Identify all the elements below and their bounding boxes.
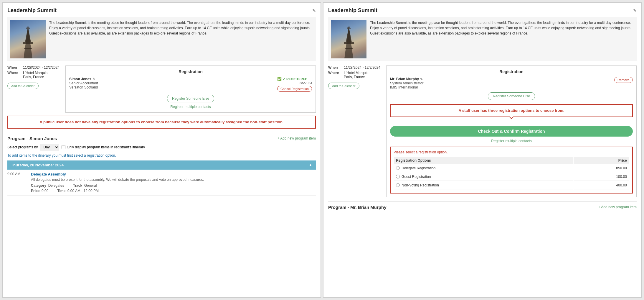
right-add-program-link[interactable]: + Add new program item — [598, 205, 637, 209]
right-program-title: Program - Mr. Brian Murphy — [328, 205, 387, 210]
right-checkout-actions: Check Out & Confirm Registration Registe… — [390, 126, 633, 143]
reg-option-row-2: Guest Registration 100.00 — [394, 173, 629, 181]
where-label: Where — [7, 71, 21, 79]
checkout-confirm-button[interactable]: Check Out & Confirm Registration — [390, 126, 633, 137]
where-value: L'Hotel Marquis Paris, France — [23, 71, 47, 79]
svg-marker-9 — [347, 27, 351, 29]
svg-rect-7 — [344, 42, 354, 44]
reg-option-nonvoting-price: 400.00 — [574, 181, 629, 189]
left-program-detail-row-2: Price 0.00 Time 9:00 AM - 12:00 PM — [31, 189, 204, 193]
left-register-someone-else-button[interactable]: Register Someone Else — [167, 95, 214, 102]
left-reg-actions: Register Someone Else Register multiple … — [69, 95, 312, 109]
reg-option-delegate-radio[interactable] — [396, 166, 400, 170]
right-event-image — [331, 20, 366, 58]
left-reg-person-info: Simon Jones ✎ Senior Accountant Versaton… — [69, 77, 98, 89]
reg-option-row-3: Non-Voting Registration 400.00 — [394, 181, 629, 189]
left-category: Category Delegates — [31, 183, 64, 188]
right-panel: Leadership Summit ✎ The Leadership Summi… — [323, 2, 642, 298]
where-line2: Paris, France — [23, 75, 47, 79]
left-program-item-row: 9:00 AM Delegate Assembly All delegates … — [7, 172, 316, 193]
left-registrant-edit-icon[interactable]: ✎ — [93, 77, 95, 81]
left-registrant-title: Senior Accountant — [69, 81, 98, 85]
right-reg-title: Registration — [390, 69, 633, 74]
left-event-image — [10, 20, 46, 58]
right-edit-icon[interactable]: ✎ — [633, 8, 637, 13]
left-reg-person-row: Simon Jones ✎ Senior Accountant Versaton… — [69, 77, 312, 92]
reg-option-guest-price: 100.00 — [574, 173, 629, 181]
right-where-value: L'Hotel Marquis Paris, France — [344, 71, 368, 79]
left-price: Price 0.00 — [31, 189, 48, 193]
left-filter-row: Select programs by Day Week All Only dis… — [7, 144, 316, 150]
when-label: When — [7, 65, 21, 70]
svg-marker-4 — [26, 27, 30, 29]
right-when-row: When 11/28/2024 - 12/2/2024 — [328, 65, 380, 70]
left-reg-status: ✅ ✓ REGISTERED 2/5/2023 Cancel Registrat… — [277, 77, 312, 92]
right-reg-options-table: Registration Options Price Delegate Regi… — [394, 157, 629, 190]
right-registrant-edit-icon[interactable]: ✎ — [420, 77, 423, 81]
left-itinerary-checkbox-label[interactable]: Only display program items in registrant… — [62, 145, 145, 149]
reg-option-guest: Guest Registration — [394, 173, 573, 181]
reg-options-col1-header: Registration Options — [394, 157, 573, 164]
right-event-description: The Leadership Summit is the meeting pla… — [370, 20, 634, 58]
left-registered-badge: ✅ ✓ REGISTERED — [277, 77, 312, 81]
left-reg-title: Registration — [69, 69, 312, 74]
right-eiffel-tower-icon — [338, 26, 359, 58]
left-callout-box: A public user does not have any registra… — [7, 116, 316, 129]
left-edit-icon[interactable]: ✎ — [312, 8, 316, 13]
right-reg-person-row: Mr. Brian Murphy ✎ System Administrator … — [390, 77, 633, 89]
left-program-detail-row: Category Delegates Track General — [31, 183, 204, 188]
left-register-multiple-link[interactable]: Register multiple contacts — [170, 105, 211, 109]
reg-options-price-header: Price — [574, 157, 629, 164]
right-registrant-name: Mr. Brian Murphy ✎ — [390, 77, 423, 81]
right-register-multiple-link[interactable]: Register multiple contacts — [491, 139, 531, 143]
svg-rect-2 — [23, 42, 33, 44]
left-event-description: The Leadership Summit is the meeting pla… — [49, 20, 313, 58]
right-registrant-title: System Administrator — [390, 81, 423, 85]
right-remove-button[interactable]: Remove — [614, 77, 633, 83]
right-reg-actions: Register Someone Else — [390, 92, 633, 100]
right-remove-btn-container: Remove — [614, 77, 633, 83]
right-reg-options-note: Please select a registration option. — [394, 150, 629, 154]
right-where-row: Where L'Hotel Marquis Paris, France — [328, 71, 380, 79]
left-program-item: 9:00 AM Delegate Assembly All delegates … — [7, 170, 316, 196]
left-registrant-name: Simon Jones ✎ — [69, 77, 98, 81]
left-add-program-link[interactable]: + Add new program item — [278, 136, 316, 140]
right-add-calendar-button[interactable]: Add to Calendar — [328, 83, 359, 89]
reg-options-header-row: Registration Options Price — [394, 157, 629, 164]
right-where-line2: Paris, France — [344, 75, 368, 79]
right-program-header: Program - Mr. Brian Murphy + Add new pro… — [328, 201, 637, 210]
left-itinerary-checkbox[interactable] — [62, 145, 65, 149]
right-panel-title: Leadership Summit — [328, 7, 377, 14]
where-line1: L'Hotel Marquis — [23, 71, 47, 75]
reg-option-guest-radio[interactable] — [396, 175, 400, 178]
left-reg-date: 2/5/2023 — [277, 81, 312, 85]
right-panel-title-bar: Leadership Summit ✎ — [328, 7, 637, 14]
left-chevron-up-icon[interactable]: ▲ — [309, 163, 312, 167]
left-registration-box: Registration Simon Jones ✎ Senior Accoun… — [65, 65, 316, 113]
right-when-label: When — [328, 65, 341, 70]
left-time-detail: Time 9:00 AM - 12:00 PM — [57, 189, 99, 193]
left-program-filter-select[interactable]: Day Week All — [40, 144, 59, 150]
left-day-header: Thursday, 28 November 2024 — [11, 163, 64, 167]
eiffel-tower-icon — [18, 26, 38, 58]
left-registrant-company: Versaton Scotland — [69, 85, 98, 89]
left-program-time: 9:00 AM — [7, 172, 28, 193]
reg-option-nonvoting: Non-Voting Registration — [394, 181, 573, 189]
right-registrant-company: IMIS International — [390, 85, 423, 89]
reg-option-nonvoting-radio[interactable] — [396, 183, 400, 187]
where-row: Where L'Hotel Marquis Paris, France — [7, 71, 60, 79]
checkmark-icon: ✅ — [277, 77, 282, 81]
left-cancel-registration-button[interactable]: Cancel Registration — [277, 86, 312, 92]
left-program-title: Program - Simon Jones — [7, 136, 57, 141]
left-program-item-details: Delegate Assembly All delegates must be … — [31, 172, 204, 193]
right-callout-box: A staff user has three registration opti… — [390, 104, 633, 117]
right-meta-details: When 11/28/2024 - 12/2/2024 Where L'Hote… — [328, 65, 380, 197]
left-meta-section: When 11/28/2024 - 12/2/2024 Where L'Hote… — [7, 65, 316, 113]
left-event-header: The Leadership Summit is the meeting pla… — [7, 17, 316, 61]
right-register-someone-else-button[interactable]: Register Someone Else — [488, 92, 535, 100]
reg-option-row-1: Delegate Registration 850.00 — [394, 164, 629, 172]
left-program-item-name: Delegate Assembly — [31, 172, 204, 176]
left-program-item-desc: All delegates must be present for the as… — [31, 178, 204, 182]
left-add-calendar-button[interactable]: Add to Calendar — [7, 83, 39, 89]
left-program-content: 9:00 AM Delegate Assembly All delegates … — [7, 170, 316, 196]
